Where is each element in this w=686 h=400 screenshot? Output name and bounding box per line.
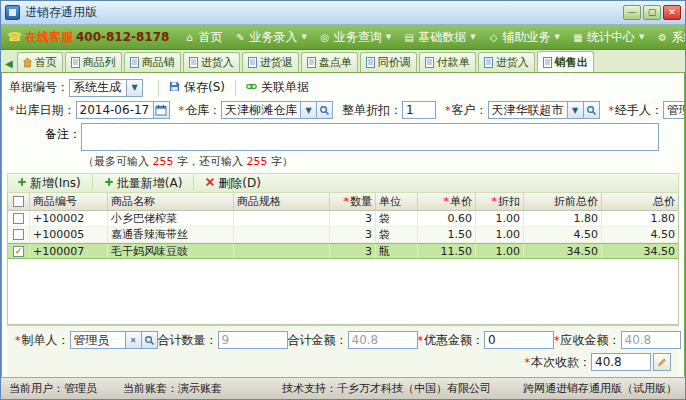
nav-item-home[interactable]: ⌂ 首页 [177, 25, 228, 49]
out-date-field-group: * 出库日期： [9, 101, 170, 119]
cell-product-code: +100002 [30, 211, 108, 226]
database-icon: ▤ [403, 32, 415, 43]
nav-item-label: 基础数据 [418, 29, 466, 46]
total-amount-input [348, 331, 418, 349]
required-marker: * [9, 104, 15, 117]
tab-label: 进货入 [201, 55, 234, 70]
grid-header-row: 商品编号 商品名称 商品规格 *数量 单位 *单价 *折扣 折前总价 总价 [8, 193, 678, 211]
cell-total: 34.50 [602, 244, 678, 258]
doc-no-input[interactable] [69, 79, 127, 97]
nav-item-label: 首页 [198, 29, 222, 46]
tab-label: 进货入 [496, 55, 529, 70]
cell-product-name: 嘉通香辣海带丝 [108, 227, 234, 242]
nav-item-stats-center[interactable]: ▦ 统计中心 ▼ [566, 25, 650, 49]
payment-input[interactable] [591, 353, 651, 371]
plus-icon [104, 176, 114, 190]
header-price[interactable]: *单价 [418, 193, 476, 210]
save-button[interactable]: 保存(S) [165, 78, 229, 97]
remark-textarea[interactable] [81, 123, 659, 151]
header-product-code[interactable]: 商品编号 [30, 193, 108, 210]
table-row[interactable]: +100005 嘉通香辣海带丝 3 袋 1.50 1.00 4.50 4.50 [8, 227, 678, 243]
tab-product-list[interactable]: 商品列 [65, 52, 122, 72]
link-icon [246, 81, 257, 95]
warehouse-field-group: * 仓库： ▼ [179, 101, 334, 119]
header-unit[interactable]: 单位 [376, 193, 418, 210]
table-row-selected[interactable]: ✓ +100007 毛干妈风味豆豉 3 瓶 11.50 1.00 34.50 3… [8, 243, 678, 259]
customer-search-icon[interactable] [584, 101, 600, 119]
header-product-spec[interactable]: 商品规格 [234, 193, 330, 210]
tab-sales-out[interactable]: 销售出 [537, 51, 594, 72]
header-pre-discount-total[interactable]: 折前总价 [524, 193, 602, 210]
maximize-button[interactable]: ▢ [643, 5, 661, 20]
close-button[interactable]: ✕ [663, 5, 681, 20]
tab-purchase-in[interactable]: 进货入 [183, 52, 240, 72]
tab-product-sales[interactable]: 商品销 [124, 52, 181, 72]
warehouse-dropdown-icon[interactable]: ▼ [301, 101, 317, 119]
delete-row-button[interactable]: 删除(D) [200, 174, 266, 192]
tab-purchase-return[interactable]: 进货退 [242, 52, 299, 72]
document-icon [425, 57, 434, 68]
customer-input[interactable] [488, 101, 568, 119]
tab-home[interactable]: 首页 [17, 52, 63, 72]
diamond-icon: ◇ [488, 32, 500, 43]
add-row-button[interactable]: 新增(Ins) [12, 174, 86, 192]
warehouse-search-icon[interactable] [317, 101, 333, 119]
nav-item-system-maintenance[interactable]: ⚙ 系统维护 ▼ [650, 25, 686, 49]
header-qty[interactable]: *数量 [330, 193, 376, 210]
order-discount-input[interactable] [402, 101, 436, 119]
maker-input[interactable] [70, 331, 126, 349]
calendar-icon[interactable] [154, 101, 170, 119]
header-discount[interactable]: *折扣 [476, 193, 524, 210]
service-phone-number: 400-812-8178 [76, 30, 169, 44]
row-checkbox[interactable] [13, 229, 24, 240]
payment-edit-button[interactable] [653, 353, 671, 371]
save-button-label: 保存(S) [184, 79, 225, 96]
cell-pre-discount-total: 34.50 [524, 244, 602, 258]
home-tab-icon [23, 57, 32, 68]
table-row[interactable]: +100002 小乡巴佬榨菜 3 袋 0.60 1.00 1.80 1.80 [8, 211, 678, 227]
row-checkbox-checked[interactable]: ✓ [13, 246, 24, 257]
tab-scroll-left-icon[interactable]: ◀ [4, 58, 15, 72]
handler-input[interactable] [663, 101, 685, 119]
out-date-input[interactable] [76, 101, 154, 119]
customer-dropdown-icon[interactable]: ▼ [568, 101, 584, 119]
discount-amount-input[interactable] [484, 331, 554, 349]
nav-item-business-entry[interactable]: ✎ 业务录入 ▼ [228, 25, 312, 49]
doc-no-dropdown-icon[interactable]: ▼ [127, 79, 143, 97]
nav-item-auxiliary-business[interactable]: ◇ 辅助业务 ▼ [482, 25, 566, 49]
chevron-down-icon: ▼ [386, 33, 391, 41]
totals-form: * 制单人： ✕ 合计数量： 合计金额： * 优惠金额： [7, 325, 679, 377]
tab-label: 进货退 [260, 55, 293, 70]
header-product-name[interactable]: 商品名称 [108, 193, 234, 210]
cell-qty: 3 [330, 227, 376, 242]
tab-label: 付款单 [437, 55, 470, 70]
customer-field-group: * 客户： ▼ [445, 101, 600, 119]
tab-stocktake[interactable]: 盘点单 [301, 52, 358, 72]
minimize-button[interactable]: — [623, 5, 641, 20]
document-icon [189, 57, 198, 68]
select-all-checkbox[interactable] [13, 196, 24, 207]
tab-price-adjust[interactable]: 同价调 [360, 52, 417, 72]
maker-search-icon[interactable] [142, 331, 158, 349]
remark-char-hint: （最多可输入 255 字，还可输入 255 字） [83, 154, 679, 169]
out-date-label: 出库日期： [16, 102, 76, 119]
warehouse-input[interactable] [221, 101, 301, 119]
header-total[interactable]: 总价 [602, 193, 678, 210]
batch-add-button[interactable]: 批量新增(A) [99, 174, 188, 192]
sales-out-form-panel: 单据编号： ▼ 保存(S) 关联单据 * 出库日期： [1, 73, 685, 377]
required-marker: * [492, 195, 498, 208]
nav-item-label: 统计中心 [587, 29, 635, 46]
document-icon [130, 57, 139, 68]
tab-payment[interactable]: 付款单 [419, 52, 476, 72]
maker-clear-icon[interactable]: ✕ [126, 331, 142, 349]
grid-empty-area [8, 259, 678, 324]
nav-item-business-query[interactable]: ◎ 业务查询 ▼ [313, 25, 397, 49]
row-checkbox[interactable] [13, 213, 24, 224]
tab-purchase-in-2[interactable]: 进货入 [478, 52, 535, 72]
nav-item-base-data[interactable]: ▤ 基础数据 ▼ [397, 25, 481, 49]
cell-unit: 袋 [376, 227, 418, 242]
related-docs-button[interactable]: 关联单据 [242, 78, 313, 97]
tab-label: 销售出 [555, 55, 588, 70]
chart-icon: ▦ [572, 32, 584, 43]
separator [235, 80, 236, 96]
